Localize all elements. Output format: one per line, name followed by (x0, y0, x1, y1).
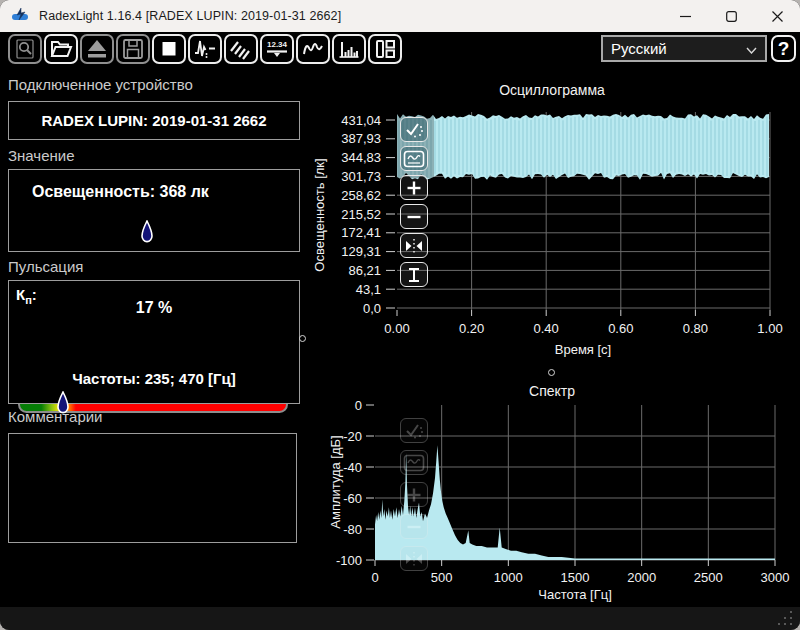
close-button[interactable] (754, 0, 800, 32)
osc-fit-vertical-button[interactable] (400, 262, 428, 287)
panel-splitter-grip[interactable] (299, 335, 306, 342)
osc-zoom-in-button[interactable] (400, 175, 428, 200)
resize-grip[interactable] (778, 611, 792, 625)
value-section-label: Значение (8, 147, 75, 164)
osc-x-tick-label: 1.00 (757, 321, 782, 336)
spec-x-tick-label: 1000 (494, 570, 523, 585)
open-file-icon (49, 38, 73, 60)
app-logo-icon (11, 7, 31, 25)
device-box: RADEX LUPIN: 2019-01-31 2662 (8, 101, 300, 140)
spec-x-tick-label: 2000 (627, 570, 656, 585)
pulsation-box: Кп: 17 % Частоты: 235; 470 [Гц] (8, 280, 300, 404)
osc-y-tick-label: 301,73 (341, 169, 381, 184)
osc-y-tick-label: 129,31 (341, 244, 381, 259)
spec-x-tick-label: 0 (371, 570, 378, 585)
numeric-display-icon: 12.34 (264, 38, 290, 60)
app-window: RadexLight 1.16.4 [RADEX LUPIN: 2019-01-… (0, 0, 800, 630)
device-name: RADEX LUPIN: 2019-01-31 2662 (41, 112, 266, 129)
illuminance-marker-icon (141, 220, 153, 243)
osc-y-tick-label: 0,0 (363, 301, 381, 316)
value-box: Освещенность: 368 лк (8, 169, 300, 252)
eject-device-icon (85, 38, 109, 60)
titlebar: RadexLight 1.16.4 [RADEX LUPIN: 2019-01-… (0, 0, 800, 32)
zoom-icon (13, 38, 37, 60)
waveform-view-icon (301, 38, 325, 60)
minimize-button[interactable] (662, 0, 708, 32)
pulsation-marker-icon (57, 391, 69, 414)
osc-y-tick-label: 43,1 (356, 282, 381, 297)
spec-autoscale-button[interactable] (400, 418, 428, 443)
spectrum-view-icon (337, 38, 361, 60)
osc-x-axis-label: Время [с] (555, 342, 611, 357)
save-button[interactable] (116, 34, 150, 64)
pulsation-hatch-button[interactable] (224, 34, 258, 64)
osc-x-tick-label: 0.00 (384, 321, 409, 336)
osc-y-tick-label: 431,04 (341, 113, 381, 128)
osc-y-tick-label: 172,41 (341, 225, 381, 240)
spec-y-tick-label: -80 (343, 522, 362, 537)
zoom-button[interactable] (8, 34, 42, 64)
stop-icon (157, 38, 181, 60)
illuminance-reading: Освещенность: 368 лк (32, 183, 209, 201)
spec-y-tick-label: -20 (343, 429, 362, 444)
help-button[interactable]: ? (771, 35, 796, 62)
osc-y-tick-label: 86,21 (348, 263, 381, 278)
spec-x-tick-label: 3000 (761, 570, 790, 585)
save-icon (121, 38, 145, 60)
stop-button[interactable] (152, 34, 186, 64)
spectrum-view-button[interactable] (332, 34, 366, 64)
osc-x-tick-label: 0.40 (534, 321, 559, 336)
osc-y-tick-label: 344,83 (341, 150, 381, 165)
spec-fit-horizontal-button[interactable] (400, 546, 428, 571)
oscillogram-title: Осциллограмма (499, 82, 605, 98)
layout-view-icon (373, 38, 397, 60)
comments-section-label: Комментарии (8, 408, 102, 425)
spec-x-axis-label: Частота [Гц] (538, 587, 612, 602)
spectrum-trace (375, 445, 775, 560)
spec-y-tick-label: -40 (343, 460, 362, 475)
spec-zoom-out-button[interactable] (400, 514, 428, 539)
comments-input[interactable] (8, 433, 297, 543)
spec-y-axis-label: Амплитуда [дБ] (328, 435, 343, 528)
chevron-down-icon (746, 40, 757, 58)
toolbar: 12.34 (0, 32, 800, 66)
maximize-button[interactable] (708, 0, 754, 32)
spec-x-tick-label: 2500 (694, 570, 723, 585)
osc-zoom-out-button[interactable] (400, 204, 428, 229)
spec-fit-wave-button[interactable] (400, 450, 428, 475)
pulsation-section-label: Пульсация (8, 258, 83, 275)
language-select[interactable]: Русский (601, 35, 767, 62)
open-file-button[interactable] (44, 34, 78, 64)
device-section-label: Подключенное устройство (8, 76, 193, 93)
window-title: RadexLight 1.16.4 [RADEX LUPIN: 2019-01-… (39, 9, 341, 23)
osc-y-axis-label: Освещенность [лк] (312, 158, 327, 271)
spec-x-tick-label: 500 (431, 570, 453, 585)
spec-y-tick-label: 0 (355, 398, 362, 413)
chart-splitter-grip[interactable] (548, 369, 555, 376)
osc-fit-horizontal-button[interactable] (400, 233, 428, 258)
waveform-view-button[interactable] (296, 34, 330, 64)
kp-value: 17 % (9, 299, 299, 317)
osc-y-tick-label: 387,93 (341, 131, 381, 146)
status-bar (0, 607, 800, 630)
eject-device-button[interactable] (80, 34, 114, 64)
spec-x-tick-label: 1500 (561, 570, 590, 585)
svg-text:12.34: 12.34 (267, 40, 288, 49)
osc-x-tick-label: 0.80 (683, 321, 708, 336)
spectrum-title: Спектр (529, 383, 575, 399)
pulse-curve-button[interactable] (188, 34, 222, 64)
osc-x-tick-label: 0.60 (608, 321, 633, 336)
frequencies-value: Частоты: 235; 470 [Гц] (9, 370, 299, 387)
pulsation-hatch-icon (229, 38, 253, 60)
osc-x-tick-label: 0.20 (459, 321, 484, 336)
osc-fit-wave-button[interactable] (400, 146, 428, 171)
numeric-display-button[interactable]: 12.34 (260, 34, 294, 64)
pulse-curve-icon (193, 38, 217, 60)
spec-zoom-in-button[interactable] (400, 482, 428, 507)
language-select-value: Русский (611, 40, 746, 57)
osc-y-tick-label: 258,62 (341, 188, 381, 203)
layout-view-button[interactable] (368, 34, 402, 64)
osc-autoscale-button[interactable] (400, 117, 428, 142)
osc-y-tick-label: 215,52 (341, 207, 381, 222)
main-area: 0,043,186,21129,31172,41215,52258,62301,… (0, 66, 800, 607)
